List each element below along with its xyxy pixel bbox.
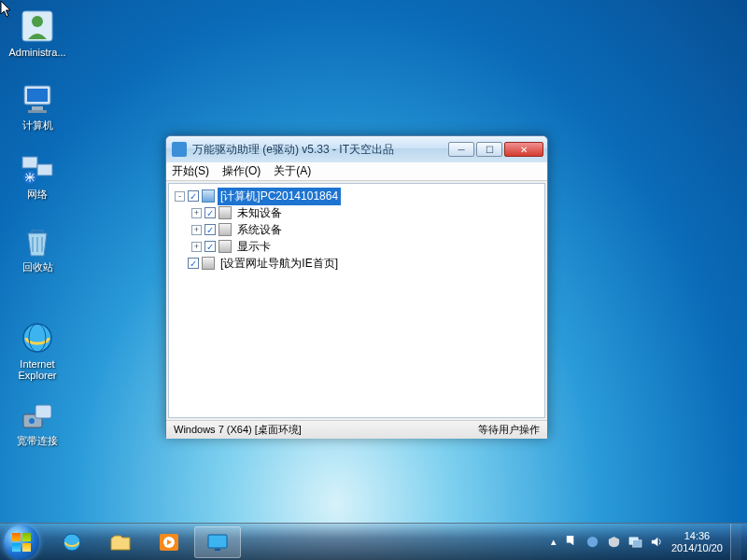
device-icon <box>202 257 215 270</box>
system-tray: ▴ 14:36 2014/10/20 <box>551 524 747 561</box>
device-icon <box>218 240 232 253</box>
checkbox[interactable]: ✓ <box>188 258 199 269</box>
taskbar: ▴ 14:36 2014/10/20 <box>0 523 747 560</box>
computer-icon <box>202 189 215 203</box>
tree-node[interactable]: -✓[计算机]PC2014101864 <box>171 188 543 204</box>
taskbar-explorer-button[interactable] <box>97 526 144 558</box>
tree-node[interactable]: +✓未知设备 <box>171 204 543 221</box>
titlebar[interactable]: 万能驱动助理 (e驱动) v5.33 - IT天空出品 ─ ☐ ✕ <box>166 136 547 162</box>
tree-node-label: 系统设备 <box>234 221 285 239</box>
tree-node-label: [计算机]PC2014101864 <box>218 188 341 205</box>
tree-view[interactable]: -✓[计算机]PC2014101864+✓未知设备+✓系统设备+✓显示卡✓[设置… <box>168 183 545 418</box>
device-icon <box>218 206 232 219</box>
tree-node-label: 未知设备 <box>234 204 285 222</box>
collapse-icon[interactable]: - <box>175 191 185 202</box>
computer-icon <box>19 80 56 118</box>
svg-rect-4 <box>32 106 43 110</box>
device-icon <box>218 223 232 236</box>
driver-helper-window: 万能驱动助理 (e驱动) v5.33 - IT天空出品 ─ ☐ ✕ 开始(S)操… <box>165 135 548 438</box>
close-button[interactable]: ✕ <box>504 142 543 157</box>
desktop-icon-dial[interactable]: 宽带连接 <box>4 396 71 446</box>
desktop-icon-label: Internet Explorer <box>4 358 71 381</box>
svg-rect-12 <box>35 405 51 418</box>
checkbox[interactable]: ✓ <box>204 224 216 235</box>
desktop-icon-label: Administra... <box>4 47 71 58</box>
checkbox[interactable]: ✓ <box>204 241 216 252</box>
tray-network-icon[interactable] <box>628 535 642 549</box>
desktop-icon-label: 回收站 <box>4 261 71 273</box>
tree-node[interactable]: +✓系统设备 <box>171 221 543 238</box>
tree-spacer <box>175 259 185 269</box>
menubar: 开始(S)操作(O)关于(A) <box>166 162 547 181</box>
tree-node[interactable]: ✓[设置网址导航为IE首页] <box>171 255 543 272</box>
desktop-icon-recycle[interactable]: 回收站 <box>4 222 71 273</box>
checkbox[interactable]: ✓ <box>188 190 199 202</box>
user-icon <box>19 7 56 45</box>
taskbar-media-button[interactable] <box>146 526 192 558</box>
dial-icon <box>19 396 56 433</box>
menu-item[interactable]: 开始(S) <box>172 163 209 179</box>
taskbar-ie-button[interactable] <box>49 526 95 558</box>
expand-icon[interactable]: + <box>191 225 202 235</box>
window-title: 万能驱动助理 (e驱动) v5.33 - IT天空出品 <box>192 142 448 158</box>
network-icon <box>19 149 56 187</box>
desktop-icon-network[interactable]: 网络 <box>4 149 71 200</box>
ie-icon <box>19 319 56 357</box>
tray-icon-1[interactable] <box>585 535 599 549</box>
desktop-icon-ie[interactable]: Internet Explorer <box>4 319 71 381</box>
tray-up-icon[interactable]: ▴ <box>551 536 557 548</box>
app-icon <box>172 142 187 157</box>
minimize-button[interactable]: ─ <box>448 142 474 157</box>
recycle-icon <box>19 222 56 259</box>
checkbox[interactable]: ✓ <box>204 207 216 218</box>
tray-icon-2[interactable] <box>607 535 621 549</box>
menu-item[interactable]: 操作(O) <box>222 163 261 179</box>
maximize-button[interactable]: ☐ <box>476 142 502 157</box>
start-button[interactable] <box>4 525 39 560</box>
desktop-icon-computer[interactable]: 计算机 <box>4 80 71 131</box>
tree-node-label: [设置网址导航为IE首页] <box>218 255 341 273</box>
clock-date: 2014/10/20 <box>671 542 723 554</box>
desktop-icon-label: 计算机 <box>4 119 71 131</box>
status-right: 等待用户操作 <box>478 423 540 437</box>
svg-rect-6 <box>22 157 37 168</box>
svg-rect-18 <box>215 549 220 551</box>
desktop-icon-user[interactable]: Administra... <box>4 7 71 58</box>
status-bar: Windows 7 (X64) [桌面环境] 等待用户操作 <box>166 420 547 439</box>
desktop-icon-label: 宽带连接 <box>4 435 71 446</box>
expand-icon[interactable]: + <box>191 242 202 252</box>
taskbar-clock[interactable]: 14:36 2014/10/20 <box>671 530 723 553</box>
svg-point-1 <box>32 16 43 27</box>
svg-rect-7 <box>37 164 52 175</box>
tree-node[interactable]: +✓显示卡 <box>171 238 543 255</box>
tray-volume-icon[interactable] <box>650 535 664 549</box>
show-desktop-button[interactable] <box>730 524 741 561</box>
menu-item[interactable]: 关于(A) <box>274 163 311 179</box>
status-left: Windows 7 (X64) [桌面环境] <box>174 423 302 437</box>
svg-point-19 <box>587 537 598 547</box>
clock-time: 14:36 <box>671 530 723 542</box>
svg-rect-21 <box>633 540 641 548</box>
svg-point-13 <box>29 418 35 424</box>
taskbar-driver-helper-button[interactable] <box>194 526 241 558</box>
svg-rect-5 <box>28 110 47 113</box>
tray-action-center-icon[interactable] <box>564 535 578 549</box>
tree-node-label: 显示卡 <box>234 238 274 256</box>
svg-rect-17 <box>208 535 227 548</box>
expand-icon[interactable]: + <box>191 208 202 218</box>
desktop-icon-label: 网络 <box>4 189 71 200</box>
svg-rect-3 <box>27 89 48 102</box>
